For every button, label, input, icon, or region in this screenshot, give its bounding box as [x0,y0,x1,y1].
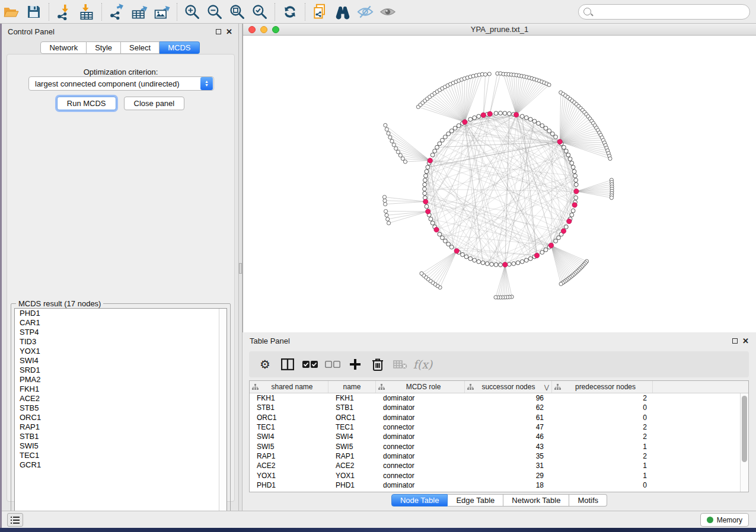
memory-label: Memory [717,516,742,524]
table-row[interactable]: ACE2ACE2connector311 [250,461,748,470]
mcds-result-item[interactable]: TEC1 [15,451,227,460]
network-canvas[interactable] [243,36,756,332]
network-window-titlebar[interactable]: YPA_prune.txt_1 [243,24,756,36]
mcds-result-item[interactable]: STB1 [15,432,227,441]
float-table-panel-icon[interactable] [732,338,738,344]
table-scrollbar[interactable] [740,393,748,492]
table-cell: 31 [465,462,552,470]
tab-select[interactable]: Select [121,41,160,54]
mcds-result-item[interactable]: GCR1 [15,460,227,470]
sort-descending-icon: ⋁ [544,384,549,390]
mcds-result-list[interactable]: PHD1CAR1STP4TID3YOX1SWI4SRD1PMA2FKH1ACE2… [14,308,227,520]
table-cell: 2 [552,452,653,460]
mcds-result-item[interactable]: CAR1 [15,318,227,328]
table-cell: connector [376,443,465,451]
table-row[interactable]: STB1STB1dominator620 [250,403,748,412]
export-network-icon[interactable] [106,2,128,22]
optimization-criterion-label: Optimization criterion: [7,68,234,76]
list-scrollbar[interactable] [219,309,227,520]
table-row[interactable]: PHD1PHD1dominator180 [250,480,748,490]
save-session-icon[interactable] [23,2,45,22]
delete-column-trash-icon[interactable] [366,353,389,376]
zoom-fit-icon[interactable] [226,2,248,22]
tab-motifs[interactable]: Motifs [569,494,607,507]
close-panel-icon[interactable]: ✕ [226,29,232,34]
desktop-background-bottom [0,528,756,532]
tab-network-table[interactable]: Network Table [503,494,569,507]
table-cell: dominator [376,414,465,422]
import-network-icon[interactable] [53,2,75,22]
mcds-result-item[interactable]: SWI5 [15,441,227,451]
open-session-icon[interactable] [0,2,23,22]
tab-mcds[interactable]: MCDS [160,41,199,54]
column-header-mcds-role[interactable]: MCDS role [376,381,465,393]
tab-edge-table[interactable]: Edge Table [448,494,503,507]
tab-node-table[interactable]: Node Table [391,494,448,507]
run-mcds-button[interactable]: Run MCDS [57,97,116,110]
tab-style[interactable]: Style [87,41,121,54]
tab-network[interactable]: Network [40,41,87,54]
deselect-all-checkboxes-icon[interactable] [321,353,344,376]
mcds-result-item[interactable]: TID3 [15,337,227,347]
table-row[interactable]: RAP1RAP1dominator352 [250,451,748,461]
close-panel-button[interactable]: Close panel [124,97,185,110]
table-row[interactable]: SWI5SWI5connector431 [250,441,748,451]
zoom-in-icon[interactable] [181,2,203,22]
table-row[interactable]: FKH1FKH1dominator962 [250,393,748,403]
mcds-result-item[interactable]: ORC1 [15,413,227,422]
mcds-result-item[interactable]: SRD1 [15,366,227,375]
mcds-result-item[interactable]: PMA2 [15,375,227,384]
search-box[interactable] [578,4,750,20]
column-header-shared-name[interactable]: shared name [250,381,328,393]
mcds-result-item[interactable]: PHD1 [15,309,227,318]
column-header-name[interactable]: name [328,381,376,393]
table-row[interactable]: SWI4SWI4dominator462 [250,432,748,441]
table-cell: 29 [465,472,552,480]
show-eye-icon[interactable] [377,2,399,22]
mcds-result-item[interactable]: FKH1 [15,384,227,394]
console-log-button[interactable] [7,513,23,527]
show-column-panel-icon[interactable] [276,353,299,376]
table-cell: FKH1 [328,394,376,402]
table-row[interactable]: YOX1YOX1connector291 [250,470,748,480]
close-table-panel-icon[interactable]: ✕ [742,338,749,344]
table-cell: 62 [465,403,552,412]
splitter-grip[interactable] [239,263,242,274]
toolbar-separator [275,3,275,21]
search-input[interactable] [594,7,745,16]
table-cell: 1 [552,462,653,470]
add-column-icon[interactable] [344,353,366,376]
copy-network-icon[interactable] [309,2,331,22]
table-cell: YOX1 [250,472,328,480]
mcds-result-item[interactable]: SWI4 [15,356,227,366]
float-panel-icon[interactable] [216,29,221,34]
refresh-layout-icon[interactable] [279,2,301,22]
column-settings-gear-icon[interactable]: ⚙ [254,353,276,376]
optimization-criterion-value: largest connected component (undirected) [29,79,200,88]
vertical-splitter[interactable] [238,24,243,511]
table-row[interactable]: ORC1ORC1dominator610 [250,413,748,422]
select-all-checkboxes-icon[interactable] [299,353,321,376]
table-scrollbar-thumb[interactable] [742,396,747,462]
zoom-selected-icon[interactable] [248,2,271,22]
mcds-result-item[interactable]: YOX1 [15,347,227,356]
search-network-binoculars-icon[interactable] [331,2,354,22]
export-image-icon[interactable] [151,2,173,22]
mcds-result-item[interactable]: STB5 [15,403,227,413]
memory-button[interactable]: Memory [700,513,749,527]
fx-label: f(x) [413,358,433,371]
import-table-icon[interactable] [75,2,98,22]
table-cell: 0 [552,403,653,412]
column-header-successor-nodes[interactable]: successor nodes ⋁ [465,381,552,393]
table-cell: SWI5 [328,443,376,451]
mcds-result-item[interactable]: STP4 [15,328,227,337]
hide-selected-eye-icon[interactable] [354,2,377,22]
optimization-criterion-select[interactable]: largest connected component (undirected)… [28,76,214,91]
table-row[interactable]: TEC1TEC1connector472 [250,422,748,432]
mcds-result-group: MCDS result (17 nodes) PHD1CAR1STP4TID3Y… [11,303,231,524]
export-table-icon[interactable] [128,2,151,22]
column-header-predecessor-nodes[interactable]: predecessor nodes [552,381,653,393]
zoom-out-icon[interactable] [203,2,226,22]
mcds-result-item[interactable]: ACE2 [15,394,227,403]
mcds-result-item[interactable]: RAP1 [15,422,227,432]
